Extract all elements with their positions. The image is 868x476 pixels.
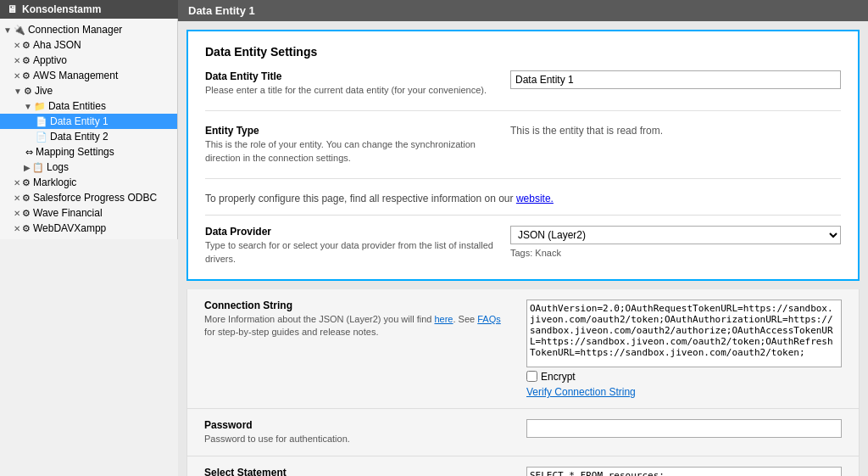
select-statement-textarea[interactable]: SELECT * FROM resources;: [526, 467, 842, 476]
file-icon: 📄: [36, 116, 47, 127]
sidebar-item-data-entity-2[interactable]: 📄 Data Entity 2: [0, 129, 177, 144]
sidebar-label: AWS Management: [33, 70, 118, 81]
arrow-icon: ✕: [14, 41, 20, 50]
logs-icon: 📋: [32, 162, 44, 173]
info-link[interactable]: website.: [516, 193, 554, 204]
entity-type-desc: This is the role of your entity. You can…: [205, 138, 497, 165]
sidebar-label: Aha JSON: [33, 39, 81, 51]
password-input[interactable]: [526, 419, 842, 438]
folder-icon: 📁: [34, 101, 46, 112]
conn-desc-text2: . See: [453, 314, 478, 324]
password-section: Password Password to use for authenticat…: [186, 409, 860, 456]
data-provider-select[interactable]: JSON (Layer2): [510, 226, 841, 244]
verify-connection-link[interactable]: Verify Connection String: [526, 386, 842, 398]
aws-icon: ⚙: [22, 70, 31, 81]
sidebar-header-title: Konsolenstamm: [22, 3, 101, 15]
sidebar-label: WebDAVXampp: [33, 222, 106, 234]
sidebar-item-apptivo[interactable]: ✕ ⚙ Apptivo: [0, 53, 177, 68]
entity-type-value: This is the entity that is read from.: [510, 125, 663, 137]
konsolenstamm-icon: 🖥: [7, 3, 17, 15]
marklogic-icon: ⚙: [22, 177, 31, 188]
sidebar-item-logs[interactable]: ▶ 📋 Logs: [0, 160, 177, 175]
sidebar-label: Data Entity 2: [50, 131, 108, 143]
conn-faqs-link[interactable]: FAQs: [477, 314, 501, 324]
conn-desc-text1: More Information about the JSON (Layer2)…: [204, 314, 434, 324]
connection-string-label: Connection String: [204, 300, 509, 311]
settings-panel: Data Entity Settings Data Entity Title P…: [186, 30, 860, 281]
arrow-icon: ✕: [14, 224, 20, 233]
sidebar-label: Data Entities: [48, 100, 106, 112]
wave-icon: ⚙: [22, 208, 31, 219]
arrow-icon: ✕: [14, 178, 20, 188]
tags-label: Tags: Knack: [510, 248, 561, 258]
sidebar-label: Salesforce Progress ODBC: [33, 192, 157, 204]
arrow-icon: ▼: [24, 102, 32, 111]
mapping-icon: ⇔: [25, 147, 33, 158]
webdav-icon: ⚙: [22, 223, 31, 234]
apptivo-icon: ⚙: [22, 55, 31, 66]
sidebar-item-data-entity-1[interactable]: 📄 Data Entity 1: [0, 114, 177, 129]
sidebar-label: Apptivo: [33, 54, 67, 66]
data-provider-label: Data Provider: [205, 226, 497, 238]
password-label: Password: [204, 419, 509, 431]
encrypt-label: Encrypt: [541, 371, 576, 383]
info-bar: To properly configure this page, find al…: [205, 193, 841, 204]
sidebar-label: Connection Manager: [28, 24, 122, 36]
conn-desc-text3: for step-by-step guides and release note…: [204, 327, 378, 337]
sidebar-item-aha-json[interactable]: ✕ ⚙ Aha JSON: [0, 37, 177, 53]
aha-json-icon: ⚙: [22, 40, 31, 51]
select-statement-section: Select Statement Please specify ... SELE…: [186, 456, 860, 476]
entity-title-row: Data Entity Title Please enter a title f…: [205, 70, 841, 111]
sidebar-item-aws-management[interactable]: ✕ ⚙ AWS Management: [0, 68, 177, 83]
sidebar-label: Marklogic: [33, 176, 76, 188]
arrow-icon: ▼: [3, 25, 12, 35]
file-icon: 📄: [36, 132, 47, 143]
main-content: Data Entity Settings Data Entity Title P…: [178, 21, 868, 476]
sidebar-header: 🖥 Konsolenstamm: [0, 0, 178, 19]
data-provider-row: Data Provider Type to search for or sele…: [205, 226, 841, 266]
connection-string-desc: More Information about the JSON (Layer2)…: [204, 313, 509, 339]
sidebar-item-data-entities[interactable]: ▼ 📁 Data Entities: [0, 98, 177, 114]
sidebar-item-salesforce[interactable]: ✕ ⚙ Salesforce Progress ODBC: [0, 190, 177, 205]
arrow-icon: ▶: [24, 163, 31, 172]
entity-type-row: Entity Type This is the role of your ent…: [205, 125, 841, 179]
sidebar-label: Jive: [35, 85, 53, 97]
sidebar-label: Data Entity 1: [50, 115, 108, 127]
arrow-icon: ✕: [14, 71, 20, 81]
password-desc: Password to use for authentication.: [204, 433, 509, 445]
arrow-icon: ▼: [14, 87, 22, 96]
sidebar-item-webdavxampp[interactable]: ✕ ⚙ WebDAVXampp: [0, 221, 177, 236]
connection-string-section: Connection String More Information about…: [186, 289, 860, 409]
sidebar-label: Logs: [47, 161, 69, 173]
sidebar-item-marklogic[interactable]: ✕ ⚙ Marklogic: [0, 175, 177, 190]
sidebar: ▼ 🔌 Connection Manager ✕ ⚙ Aha JSON ✕ ⚙ …: [0, 19, 178, 239]
entity-title-desc: Please enter a title for the current dat…: [205, 84, 497, 97]
main-header: Data Entity 1: [178, 0, 868, 21]
sidebar-item-mapping-settings[interactable]: ⇔ Mapping Settings: [0, 144, 177, 160]
connection-string-textarea[interactable]: OAuthVersion=2.0;OAuthRequestTokenURL=ht…: [526, 300, 842, 367]
data-provider-desc: Type to search for or select your data p…: [205, 239, 497, 266]
connection-manager-icon: 🔌: [14, 25, 25, 36]
sidebar-label: Mapping Settings: [36, 146, 114, 158]
arrow-icon: ✕: [14, 209, 20, 218]
settings-title: Data Entity Settings: [205, 45, 841, 59]
arrow-icon: ✕: [14, 193, 20, 203]
sidebar-item-jive[interactable]: ▼ ⚙ Jive: [0, 83, 177, 98]
conn-here-link[interactable]: here: [434, 314, 453, 324]
sidebar-item-wave-financial[interactable]: ✕ ⚙ Wave Financial: [0, 205, 177, 221]
encrypt-checkbox[interactable]: [526, 371, 537, 382]
encrypt-row: Encrypt: [526, 371, 842, 383]
sidebar-label: Wave Financial: [33, 207, 103, 219]
entity-title-input[interactable]: [510, 70, 841, 89]
main-panel: Data Entity 1 Data Entity Settings Data …: [178, 0, 868, 476]
entity-title-label: Data Entity Title: [205, 70, 497, 82]
jive-icon: ⚙: [24, 86, 32, 97]
arrow-icon: ✕: [14, 56, 20, 65]
entity-type-label: Entity Type: [205, 125, 497, 137]
info-text: To properly configure this page, find al…: [205, 193, 516, 204]
select-statement-label: Select Statement: [204, 467, 509, 476]
sidebar-item-connection-manager[interactable]: ▼ 🔌 Connection Manager: [0, 22, 177, 37]
main-header-title: Data Entity 1: [188, 4, 255, 17]
salesforce-icon: ⚙: [22, 193, 31, 204]
